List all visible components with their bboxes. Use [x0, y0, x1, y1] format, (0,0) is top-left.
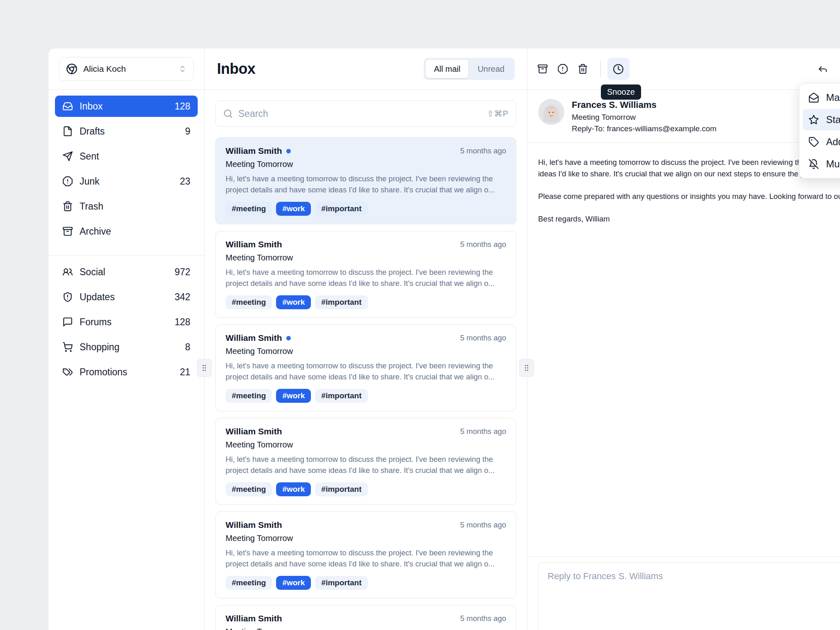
mail-list-item[interactable]: William Smith 5 months ago Meeting Tomor…: [215, 511, 516, 598]
label-badge-important[interactable]: #important: [315, 576, 368, 590]
mail-snippet: Hi, let's have a meeting tomorrow to dis…: [226, 547, 506, 569]
label-badge-important[interactable]: #important: [315, 202, 368, 216]
sidebar-item-label: Promotions: [80, 367, 127, 378]
mail-subject: Meeting Tomorrow: [226, 627, 506, 630]
reply-area: [527, 556, 840, 630]
label-badge-important[interactable]: #important: [315, 482, 368, 496]
label-badge-work[interactable]: #work: [276, 295, 311, 309]
sidebar-item[interactable]: Shopping 8: [55, 336, 198, 358]
clock-icon: [613, 64, 624, 75]
reply-icon: [817, 64, 828, 74]
timestamp: 5 months ago: [460, 240, 506, 249]
mail-snippet: Hi, let's have a meeting tomorrow to dis…: [226, 360, 506, 382]
sidebar-item[interactable]: Updates 342: [55, 286, 198, 308]
label-badge-work[interactable]: #work: [276, 482, 311, 496]
menu-item-label: Mark as unread: [826, 92, 840, 103]
label-badges: #meeting #work #important: [226, 389, 506, 403]
sidebar-item-count: 21: [180, 367, 190, 378]
reply-button[interactable]: [813, 59, 832, 78]
mail-list-item[interactable]: William Smith 5 months ago Meeting Tomor…: [215, 231, 516, 318]
label-badges: #meeting #work #important: [226, 576, 506, 590]
timestamp: 5 months ago: [460, 333, 506, 342]
label-badge-important[interactable]: #important: [315, 295, 368, 309]
grip-vertical-icon: [200, 364, 208, 372]
menu-item-label: Star thread: [826, 114, 840, 126]
mail-detail-meta: Frances S. Williams Meeting Tomorrow Rep…: [572, 99, 717, 133]
label-badge-work[interactable]: #work: [276, 576, 311, 590]
tab-unread[interactable]: Unread: [469, 60, 513, 78]
sidebar-item-count: 9: [185, 126, 190, 137]
label-badges: #meeting #work #important: [226, 295, 506, 309]
sidebar-item-label: Drafts: [80, 126, 105, 137]
label-badges: #meeting #work #important: [226, 202, 506, 216]
detail-sender-name: Frances S. Williams: [572, 99, 717, 110]
sidebar-item[interactable]: Promotions 21: [55, 361, 198, 383]
search-row: ⇧⌘P: [205, 90, 527, 127]
mail-list-item[interactable]: William Smith 5 months ago Meeting Tomor…: [215, 137, 516, 224]
sidebar-item[interactable]: Forums 128: [55, 311, 198, 333]
sidebar-item-icon: [62, 317, 73, 327]
label-badge-meeting[interactable]: #meeting: [226, 482, 272, 496]
sender-name: William Smith: [226, 146, 282, 156]
label-badge-important[interactable]: #important: [315, 389, 368, 403]
detail-subject: Meeting Tomorrow: [572, 113, 717, 122]
sidebar-item-icon: [62, 101, 73, 112]
resize-handle-list[interactable]: [519, 359, 534, 377]
detail-reply-to: Reply-To: frances-williams@example.com: [572, 124, 717, 133]
trash-icon: [578, 64, 588, 74]
mail-list-item[interactable]: William Smith 5 months ago Meeting Tomor…: [215, 324, 516, 411]
archive-button[interactable]: [533, 59, 552, 78]
sidebar-item-count: 8: [185, 342, 190, 353]
mail-list-item[interactable]: William Smith 5 months ago Meeting Tomor…: [215, 605, 516, 630]
menu-item[interactable]: Star thread: [803, 109, 840, 130]
menu-item-icon: [808, 92, 819, 103]
list-header: Inbox All mail Unread: [205, 48, 527, 90]
detail-toolbar: [527, 48, 840, 90]
mail-list-item[interactable]: William Smith 5 months ago Meeting Tomor…: [215, 418, 516, 505]
sidebar-item[interactable]: Drafts 9: [55, 121, 198, 142]
search-input[interactable]: [238, 108, 482, 119]
sidebar-item[interactable]: Social 972: [55, 261, 198, 283]
unread-dot: [286, 336, 291, 340]
tab-all-mail[interactable]: All mail: [426, 60, 468, 78]
sender-name: William Smith: [226, 520, 282, 530]
sidebar-item[interactable]: Junk 23: [55, 171, 198, 192]
sidebar-item[interactable]: Archive: [55, 221, 198, 242]
menu-item-icon: [808, 159, 819, 169]
timestamp: 5 months ago: [460, 520, 506, 530]
reply-textarea[interactable]: [538, 562, 840, 630]
label-badge-meeting[interactable]: #meeting: [226, 202, 272, 216]
snooze-button[interactable]: [607, 58, 630, 80]
label-badge-meeting[interactable]: #meeting: [226, 295, 272, 309]
mail-snippet: Hi, let's have a meeting tomorrow to dis…: [226, 173, 506, 195]
menu-item[interactable]: Add label: [803, 131, 840, 153]
menu-item[interactable]: Mute thread: [803, 153, 840, 175]
sidebar-item-label: Social: [80, 267, 105, 278]
sidebar-item[interactable]: Inbox 128: [55, 96, 198, 117]
sidebar-item-label: Archive: [80, 226, 111, 237]
move-to-trash-button[interactable]: [573, 59, 592, 78]
sidebar-item[interactable]: Sent: [55, 146, 198, 167]
label-badge-work[interactable]: #work: [276, 202, 311, 216]
move-to-junk-button[interactable]: [553, 59, 572, 78]
mail-item-header: William Smith 5 months ago: [226, 146, 506, 156]
sidebar-item-count: 972: [175, 267, 190, 278]
label-badge-work[interactable]: #work: [276, 389, 311, 403]
resize-handle-sidebar[interactable]: [197, 359, 212, 377]
sender-avatar: [538, 99, 564, 125]
menu-item[interactable]: Mark as unread: [803, 87, 840, 108]
account-switcher[interactable]: Alicia Koch: [59, 57, 194, 81]
mail-subject: Meeting Tomorrow: [226, 440, 506, 450]
sidebar-item-label: Inbox: [80, 101, 103, 112]
sidebar-item-label: Sent: [80, 151, 99, 162]
sidebar-item[interactable]: Trash: [55, 196, 198, 217]
menu-item-label: Add label: [826, 136, 840, 148]
sidebar-item-label: Trash: [80, 201, 103, 212]
timestamp: 5 months ago: [460, 146, 506, 155]
sender-name: William Smith: [226, 427, 282, 436]
label-badge-meeting[interactable]: #meeting: [226, 389, 272, 403]
reply-all-button[interactable]: [837, 59, 840, 78]
sender-name: William Smith: [226, 614, 282, 623]
label-badge-meeting[interactable]: #meeting: [226, 576, 272, 590]
mail-subject: Meeting Tomorrow: [226, 347, 506, 356]
